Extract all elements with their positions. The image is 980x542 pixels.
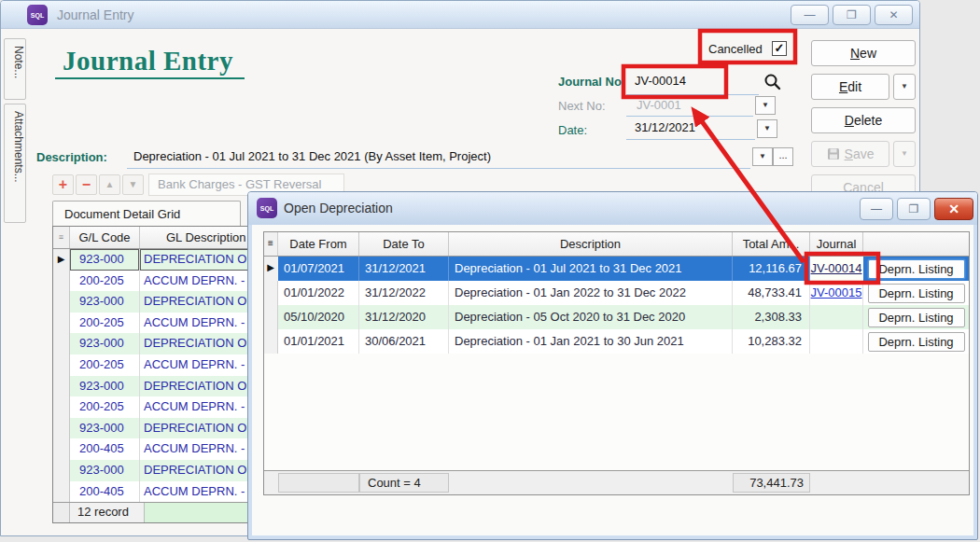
dialog-close-button[interactable]: ✕ xyxy=(934,198,973,220)
remove-row-button[interactable]: − xyxy=(76,174,97,195)
close-button[interactable]: ✕ xyxy=(875,5,913,25)
save-button[interactable]: Save xyxy=(811,141,889,167)
plus-icon: + xyxy=(59,176,67,192)
dialog-content: ≡ Date From Date To Description Total Am… xyxy=(252,225,973,535)
grid-footer: Count = 4 73,441.73 xyxy=(264,470,969,494)
next-no-value: JV-0001 xyxy=(637,98,681,112)
table-row[interactable]: 05/10/2020 31/12/2020 Depreciation - 05 … xyxy=(264,305,969,329)
chevron-down-icon: ▼ xyxy=(901,149,908,158)
description-ellipsis-button[interactable]: ... xyxy=(773,147,793,166)
check-icon: ✓ xyxy=(775,41,785,55)
date-label: Date: xyxy=(558,123,587,137)
next-no-field-underline xyxy=(626,116,753,117)
dialog-maximize-button[interactable]: ❐ xyxy=(897,198,931,220)
minimize-button[interactable]: — xyxy=(791,5,829,25)
search-icon[interactable] xyxy=(763,72,782,91)
description-field-underline xyxy=(127,168,750,169)
journal-link[interactable]: JV-00015 xyxy=(811,285,862,299)
tab-attachments[interactable]: Attachments... xyxy=(4,104,26,223)
edit-button[interactable]: Edit xyxy=(811,74,889,100)
column-header-total-amount[interactable]: Total Am... xyxy=(733,232,810,256)
current-row-arrow-icon: ▶ xyxy=(264,257,278,281)
window-title: Journal Entry xyxy=(57,7,133,22)
titlebar[interactable]: SQL Journal Entry — ❐ ✕ xyxy=(1,1,919,29)
footer-total: 73,441.73 xyxy=(733,473,810,493)
minus-icon: − xyxy=(82,176,91,192)
ellipsis-icon: ... xyxy=(778,149,787,160)
cancelled-checkbox[interactable]: ✓ xyxy=(772,41,787,56)
grid-header: ≡ Date From Date To Description Total Am… xyxy=(264,232,969,257)
column-header-date-from[interactable]: Date From xyxy=(278,232,359,256)
chevron-down-icon: ▼ xyxy=(901,82,908,90)
table-row[interactable]: ▶ 01/07/2021 31/12/2021 Depreciation - 0… xyxy=(264,257,969,281)
next-no-dropdown-button[interactable]: ▼ xyxy=(755,96,776,115)
date-field-underline xyxy=(626,139,755,140)
app-logo-icon: SQL xyxy=(27,5,48,25)
description-label: Description: xyxy=(36,150,107,164)
description-dropdown-button[interactable]: ▼ xyxy=(752,147,773,166)
deprn-listing-button[interactable]: Deprn. Listing xyxy=(868,332,965,352)
table-row[interactable]: 01/01/2021 30/06/2021 Depreciation - 01 … xyxy=(264,329,969,354)
triangle-up-icon: ▲ xyxy=(105,179,115,189)
chevron-down-icon: ▼ xyxy=(762,101,769,109)
column-header-description[interactable]: Description xyxy=(449,232,733,256)
column-header-date-to[interactable]: Date To xyxy=(359,232,449,256)
app-logo-icon: SQL xyxy=(257,198,277,218)
tab-note[interactable]: Note... xyxy=(4,38,26,100)
tab-document-detail-grid[interactable]: Document Detail Grid xyxy=(52,201,241,227)
next-no-label: Next No: xyxy=(558,99,606,113)
add-row-button[interactable]: + xyxy=(52,174,74,195)
deprn-listing-button[interactable]: Deprn. Listing xyxy=(868,308,965,327)
journal-no-field-underline xyxy=(626,94,759,95)
row-indicator-header-icon: ≡ xyxy=(53,227,70,248)
depreciation-grid: ≡ Date From Date To Description Total Am… xyxy=(263,231,970,495)
page-title: Journal Entry xyxy=(55,46,245,79)
journal-link[interactable]: JV-00014 xyxy=(811,261,862,275)
table-row[interactable]: 01/01/2022 31/12/2022 Depreciation - 01 … xyxy=(264,281,969,305)
chevron-down-icon: ▼ xyxy=(759,152,766,160)
description-value[interactable]: Depreciation - 01 Jul 2021 to 31 Dec 202… xyxy=(133,149,491,163)
deprn-listing-button[interactable]: Deprn. Listing xyxy=(868,284,965,303)
column-header-gl-code[interactable]: G/L Code xyxy=(70,227,140,248)
move-down-button[interactable]: ▼ xyxy=(122,174,144,195)
open-depreciation-dialog: SQL Open Depreciation — ❐ ✕ ≡ Date From … xyxy=(247,191,978,540)
delete-button[interactable]: Delete xyxy=(811,107,916,133)
edit-dropdown-button[interactable]: ▼ xyxy=(893,74,916,100)
record-count: 12 record xyxy=(70,503,145,522)
journal-no-label: Journal No: xyxy=(558,75,625,89)
dialog-titlebar[interactable]: SQL Open Depreciation — ❐ ✕ xyxy=(248,192,977,225)
row-indicator-header-icon: ≡ xyxy=(264,232,278,256)
triangle-down-icon: ▼ xyxy=(129,179,138,189)
journal-no-value[interactable]: JV-00014 xyxy=(635,74,686,88)
current-row-arrow-icon: ▶ xyxy=(53,249,70,271)
date-dropdown-button[interactable]: ▼ xyxy=(757,119,777,138)
save-dropdown-button[interactable]: ▼ xyxy=(893,141,916,167)
dialog-title: Open Depreciation xyxy=(284,201,393,215)
column-header-journal[interactable]: Journal xyxy=(810,232,863,256)
cancelled-label: Cancelled xyxy=(708,42,763,56)
new-button[interactable]: New xyxy=(811,40,916,66)
chevron-down-icon: ▼ xyxy=(763,124,771,132)
deprn-listing-button[interactable]: Deprn. Listing xyxy=(868,259,965,279)
save-icon xyxy=(827,147,840,160)
maximize-button[interactable]: ❐ xyxy=(833,5,871,25)
date-value[interactable]: 31/12/2021 xyxy=(635,120,695,134)
column-header-actions xyxy=(863,232,969,256)
footer-count: Count = 4 xyxy=(359,473,449,493)
dialog-minimize-button[interactable]: — xyxy=(860,198,893,220)
move-up-button[interactable]: ▲ xyxy=(99,174,120,195)
